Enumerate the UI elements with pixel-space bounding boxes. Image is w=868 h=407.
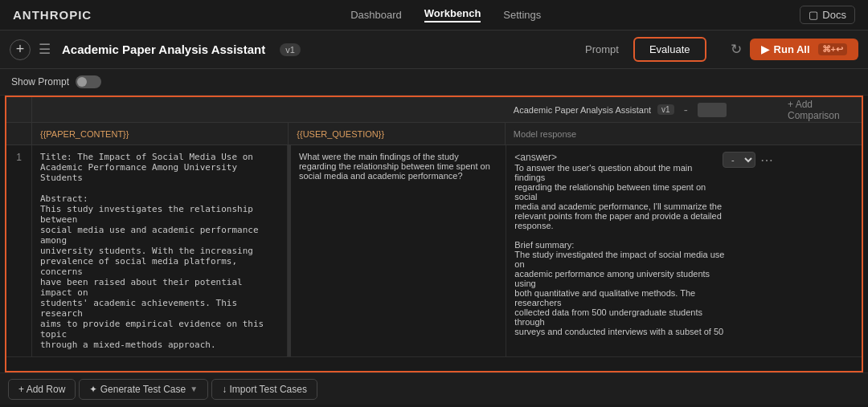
col-h-rownum	[6, 123, 32, 144]
th-row-num	[6, 97, 32, 122]
remove-model-button[interactable]: -	[681, 103, 691, 116]
th-response: Academic Paper Analysis Assistant v1 -	[506, 103, 781, 117]
response-body: To answer the user's question about the …	[514, 163, 725, 336]
tab-evaluate[interactable]: Evaluate	[633, 37, 706, 62]
col-h-question: {{USER_QUESTION}}	[289, 123, 506, 144]
nav-dashboard[interactable]: Dashboard	[350, 9, 402, 21]
cell-response-content: - 1 2 3 4 5 ⋯ <answer> To answer the use…	[506, 145, 781, 356]
question-text: What were the main findings of the study…	[299, 152, 490, 181]
add-row-button[interactable]: + Add Row	[8, 379, 76, 400]
question-var-label: {{USER_QUESTION}}	[297, 129, 384, 139]
nav-links: Dashboard Workbench Settings	[350, 7, 541, 22]
cell-rownum: 1	[6, 145, 32, 356]
logo: ANTHROPIC	[13, 8, 92, 22]
play-icon: ▶	[761, 43, 769, 55]
tabs: Prompt Evaluate	[571, 37, 706, 62]
doc-icon: ▢	[809, 9, 818, 21]
top-nav-right: ▢ Docs	[800, 6, 855, 24]
top-nav: ANTHROPIC Dashboard Workbench Settings ▢…	[0, 0, 868, 31]
cell-paper-content[interactable]: Title: The Impact of Social Media Use on…	[32, 145, 288, 356]
response-actions: - 1 2 3 4 5 ⋯	[723, 152, 775, 168]
paper-text: Title: The Impact of Social Media Use on…	[40, 152, 269, 350]
cell-question-content[interactable]: What were the main findings of the study…	[291, 145, 506, 356]
project-title: Academic Paper Analysis Assistant	[62, 43, 265, 56]
toggle-knob	[77, 77, 87, 87]
main-table-area: Academic Paper Analysis Assistant v1 - +…	[5, 96, 863, 372]
generate-label: ✦ Generate Test Case	[89, 384, 186, 395]
run-all-label: Run All	[774, 43, 810, 55]
import-test-cases-button[interactable]: ↓ Import Test Cases	[211, 379, 317, 400]
add-button[interactable]: +	[10, 39, 31, 60]
bottom-toolbar: + Add Row ✦ Generate Test Case ▼ ↓ Impor…	[0, 372, 868, 405]
more-options-button[interactable]: ⋯	[760, 153, 775, 168]
docs-button[interactable]: ▢ Docs	[800, 6, 855, 24]
table-body: 1 Title: The Impact of Social Media Use …	[6, 145, 862, 371]
docs-label: Docs	[822, 9, 846, 21]
paper-var-label: {{PAPER_CONTENT}}	[40, 129, 129, 139]
add-compare-button[interactable]: + Add Comparison	[781, 99, 862, 121]
table-row: 1 Title: The Impact of Social Media Use …	[6, 145, 862, 357]
col-headers: {{PAPER_CONTENT}} {{USER_QUESTION}} Mode…	[6, 123, 862, 145]
table-header: Academic Paper Analysis Assistant v1 - +…	[6, 97, 862, 123]
response-label: Model response	[514, 129, 576, 139]
col-h-paper: {{PAPER_CONTENT}}	[32, 123, 289, 144]
nav-settings[interactable]: Settings	[503, 9, 541, 21]
show-prompt-label: Show Prompt	[11, 76, 69, 88]
run-all-shortcut: ⌘+↩	[818, 43, 847, 55]
cell-add	[781, 145, 862, 356]
show-prompt-row: Show Prompt	[0, 69, 868, 96]
score-dropdown[interactable]: - 1 2 3 4 5	[723, 152, 755, 168]
show-prompt-toggle[interactable]	[76, 75, 101, 88]
generate-test-case-button[interactable]: ✦ Generate Test Case ▼	[79, 379, 208, 400]
second-row: + ☰ Academic Paper Analysis Assistant v1…	[0, 31, 868, 69]
history-button[interactable]: ↻	[731, 41, 742, 58]
col-h-response: Model response	[506, 123, 781, 144]
th-response-right: Academic Paper Analysis Assistant v1 -	[514, 103, 727, 117]
row-number: 1	[16, 152, 22, 163]
model-name: Academic Paper Analysis Assistant	[514, 105, 651, 115]
version-badge: v1	[280, 43, 301, 56]
second-row-right: ↻ ▶ Run All ⌘+↩	[731, 39, 858, 60]
model-select-placeholder[interactable]	[698, 103, 727, 117]
response-text-wrapper: <answer> To answer the user's question a…	[514, 152, 773, 336]
dropdown-arrow-icon: ▼	[190, 385, 198, 393]
model-version: v1	[657, 104, 674, 115]
list-icon-button[interactable]: ☰	[39, 41, 51, 58]
tab-prompt[interactable]: Prompt	[571, 39, 633, 60]
run-all-button[interactable]: ▶ Run All ⌘+↩	[750, 39, 858, 60]
nav-workbench[interactable]: Workbench	[424, 7, 481, 22]
